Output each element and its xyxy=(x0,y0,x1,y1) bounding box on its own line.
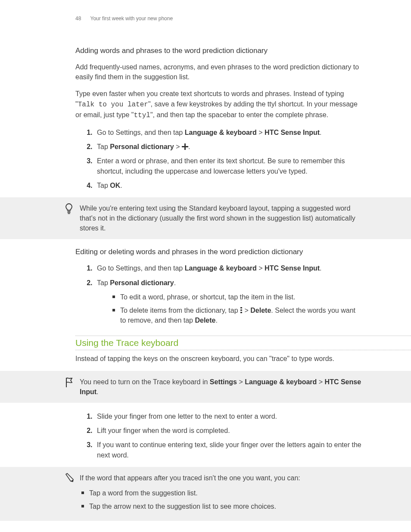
step-item: If you want to continue entering text, s… xyxy=(94,440,363,460)
steps-list: Slide your finger from one letter to the… xyxy=(75,411,363,460)
svg-rect-5 xyxy=(240,312,242,313)
pencil-text: If the word that appears after you trace… xyxy=(80,473,363,512)
step-item: Tap Personal dictionary > . xyxy=(94,142,363,152)
sub-item: To edit a word, phrase, or shortcut, tap… xyxy=(112,292,363,302)
page-header: 48 Your first week with your new phone xyxy=(75,16,363,22)
paragraph: Add frequently-used names, acronyms, and… xyxy=(75,62,363,82)
flag-text: You need to turn on the Trace keyboard i… xyxy=(80,377,363,397)
step-item: Tap OK. xyxy=(94,180,363,190)
heading-edit-words: Editing or deleting words and phrases in… xyxy=(75,248,363,256)
pencil-note: If the word that appears after you trace… xyxy=(0,467,411,521)
page-number: 48 xyxy=(75,16,81,22)
svg-rect-1 xyxy=(68,212,71,213)
svg-rect-3 xyxy=(240,307,242,308)
svg-rect-0 xyxy=(68,211,71,212)
svg-rect-2 xyxy=(68,213,70,214)
step-item: Lift your finger when the word is comple… xyxy=(94,426,363,436)
paragraph: Instead of tapping the keys on the onscr… xyxy=(75,354,363,364)
steps-list: Go to Settings, and then tap Language & … xyxy=(75,128,363,190)
code-text: Talk to you later xyxy=(78,101,148,109)
flag-note: You need to turn on the Trace keyboard i… xyxy=(0,371,411,403)
header-section: Your first week with your new phone xyxy=(90,16,173,22)
paragraph: Type even faster when you create text sh… xyxy=(75,89,363,121)
svg-rect-4 xyxy=(240,310,242,311)
overflow-menu-icon xyxy=(240,307,243,314)
sub-list: Tap a word from the suggestion list. Tap… xyxy=(80,488,363,511)
sub-item: Tap a word from the suggestion list. xyxy=(81,488,363,498)
step-item: Go to Settings, and then tap Language & … xyxy=(94,128,363,137)
tip-note: While you're entering text using the Sta… xyxy=(0,197,411,240)
step-item: Enter a word or phrase, and then enter i… xyxy=(94,156,363,176)
sub-item: Tap the arrow next to the suggestion lis… xyxy=(81,501,363,511)
steps-list: Go to Settings, and then tap Language & … xyxy=(75,263,363,325)
code-text: ttyl xyxy=(134,112,150,119)
flag-icon xyxy=(65,377,73,390)
sub-list: To edit a word, phrase, or shortcut, tap… xyxy=(97,292,363,326)
heading-add-words: Adding words and phrases to the word pre… xyxy=(75,47,363,55)
step-item: Go to Settings, and then tap Language & … xyxy=(94,263,363,273)
step-item: Slide your finger from one letter to the… xyxy=(94,411,363,421)
sub-item: To delete items from the dictionary, tap… xyxy=(112,305,363,325)
plus-icon xyxy=(182,143,188,150)
tip-text: While you're entering text using the Sta… xyxy=(80,203,363,233)
section-title-trace: Using the Trace keyboard xyxy=(75,336,411,350)
step-item: Tap Personal dictionary. To edit a word,… xyxy=(94,278,363,326)
pencil-icon xyxy=(65,473,74,484)
lightbulb-icon xyxy=(65,203,73,216)
page: 48 Your first week with your new phone A… xyxy=(0,0,411,532)
